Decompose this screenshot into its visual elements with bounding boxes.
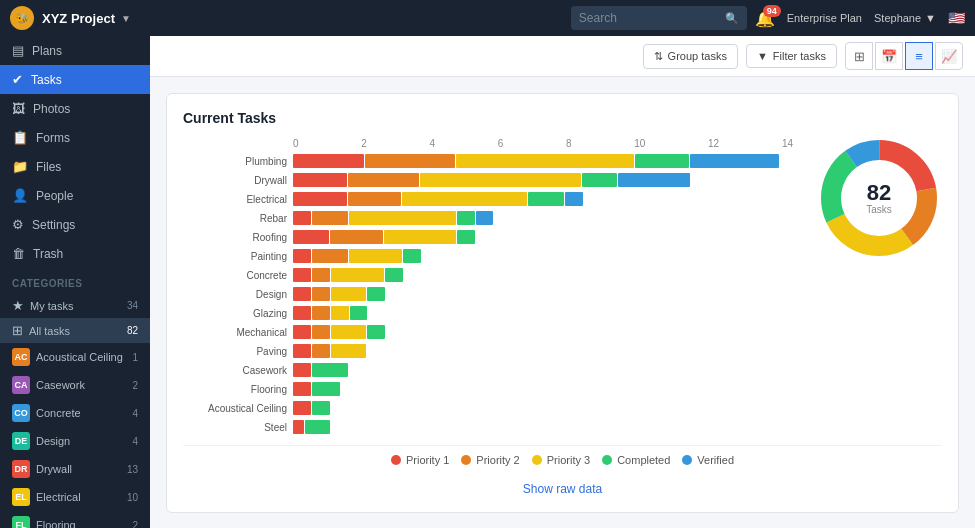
legend-dot	[602, 455, 612, 465]
completed-bar	[457, 211, 475, 225]
legend-item-verified: Verified	[682, 454, 734, 466]
legend-label: Completed	[617, 454, 670, 466]
x-axis-label: 14	[782, 138, 793, 149]
sidebar-item-tasks[interactable]: ✔ Tasks	[0, 65, 150, 94]
sidebar-item-photos[interactable]: 🖼 Photos	[0, 94, 150, 123]
bar-row: Acoustical Ceiling	[183, 400, 793, 416]
legend-label: Priority 3	[547, 454, 590, 466]
people-icon: 👤	[12, 188, 28, 203]
bar-row-label: Casework	[183, 365, 287, 376]
cat-label: Flooring	[36, 519, 126, 528]
bar-segments	[293, 211, 493, 225]
sidebar-cat-ac[interactable]: AC Acoustical Ceiling 1	[0, 343, 150, 371]
cat-badge: EL	[12, 488, 30, 506]
sidebar-item-people[interactable]: 👤 People	[0, 181, 150, 210]
priority1-bar	[293, 230, 329, 244]
categories-section-label: Categories	[0, 268, 150, 293]
x-axis-label: 6	[498, 138, 504, 149]
priority3-bar	[420, 173, 581, 187]
bar-segments	[293, 420, 330, 434]
completed-bar	[367, 325, 385, 339]
legend-dot	[391, 455, 401, 465]
search-input[interactable]	[579, 11, 719, 25]
topbar-right: 🔔 94 Enterprise Plan Stephane ▼ 🇺🇸	[755, 9, 965, 28]
chart-view-button[interactable]: 📈	[935, 42, 963, 70]
priority1-bar	[293, 401, 311, 415]
priority1-bar	[293, 287, 311, 301]
bar-row-label: Paving	[183, 346, 287, 357]
priority1-bar	[293, 325, 311, 339]
cat-badge: DR	[12, 460, 30, 478]
sidebar-cat-dr[interactable]: DR Drywall 13	[0, 455, 150, 483]
verified-bar	[690, 154, 779, 168]
filter-tasks-button[interactable]: ▼ Filter tasks	[746, 44, 837, 68]
bar-row: Design	[183, 286, 793, 302]
sidebar-cat-el[interactable]: EL Electrical 10	[0, 483, 150, 511]
sidebar-cat-de[interactable]: DE Design 4	[0, 427, 150, 455]
priority2-bar	[312, 325, 330, 339]
priority1-bar	[293, 173, 347, 187]
bar-segments	[293, 306, 367, 320]
completed-bar	[312, 382, 341, 396]
cat-count: 1	[132, 352, 138, 363]
priority2-bar	[348, 192, 402, 206]
user-menu[interactable]: Stephane ▼	[874, 12, 936, 24]
sidebar-my-tasks[interactable]: ★ My tasks 34	[0, 293, 150, 318]
completed-bar	[385, 268, 403, 282]
completed-bar	[457, 230, 475, 244]
group-icon: ⇅	[654, 50, 663, 63]
sidebar-cat-co[interactable]: CO Concrete 4	[0, 399, 150, 427]
sidebar-item-plans[interactable]: ▤ Plans	[0, 36, 150, 65]
sidebar-cat-fl[interactable]: FL Flooring 2	[0, 511, 150, 528]
bar-row: Mechanical	[183, 324, 793, 340]
bar-row: Casework	[183, 362, 793, 378]
sidebar-all-tasks[interactable]: ⊞ All tasks 82	[0, 318, 150, 343]
x-axis: 02468101214	[293, 138, 793, 149]
grid-view-button[interactable]: ⊞	[845, 42, 873, 70]
bar-segments	[293, 192, 583, 206]
donut-number: 82	[866, 182, 892, 204]
x-axis-label: 8	[566, 138, 572, 149]
show-raw-data-link[interactable]: Show raw data	[183, 482, 942, 496]
legend: Priority 1 Priority 2 Priority 3 Complet…	[183, 445, 942, 474]
cat-label: Electrical	[36, 491, 121, 503]
donut-chart: 82 Tasks	[809, 138, 949, 258]
legend-item-priority-3: Priority 3	[532, 454, 590, 466]
sidebar: ▤ Plans ✔ Tasks 🖼 Photos 📋 Forms 📁 Files…	[0, 36, 150, 528]
x-axis-label: 2	[361, 138, 367, 149]
cat-count: 13	[127, 464, 138, 475]
chart-area: Current Tasks 02468101214 PlumbingDrywal…	[150, 77, 975, 528]
sidebar-item-settings[interactable]: ⚙ Settings	[0, 210, 150, 239]
x-axis-label: 12	[708, 138, 719, 149]
priority3-bar	[349, 211, 456, 225]
calendar-view-button[interactable]: 📅	[875, 42, 903, 70]
list-view-button[interactable]: ≡	[905, 42, 933, 70]
verified-bar	[565, 192, 583, 206]
priority2-bar	[348, 173, 419, 187]
project-name[interactable]: XYZ Project ▼	[42, 11, 563, 26]
sidebar-cat-ca[interactable]: CA Casework 2	[0, 371, 150, 399]
cat-label: Concrete	[36, 407, 126, 419]
priority3-bar	[331, 268, 385, 282]
group-tasks-button[interactable]: ⇅ Group tasks	[643, 44, 738, 69]
bar-segments	[293, 268, 403, 282]
priority2-bar	[365, 154, 454, 168]
completed-bar	[528, 192, 564, 206]
app-logo: 🐝	[10, 6, 34, 30]
sidebar-item-files[interactable]: 📁 Files	[0, 152, 150, 181]
cat-label: Drywall	[36, 463, 121, 475]
sidebar-item-trash[interactable]: 🗑 Trash	[0, 239, 150, 268]
sidebar-item-forms[interactable]: 📋 Forms	[0, 123, 150, 152]
cat-badge: CA	[12, 376, 30, 394]
search-bar[interactable]: 🔍	[571, 6, 747, 30]
bar-row-label: Plumbing	[183, 156, 287, 167]
bar-row-label: Flooring	[183, 384, 287, 395]
bar-segments	[293, 401, 330, 415]
bar-row-label: Design	[183, 289, 287, 300]
bar-row-label: Glazing	[183, 308, 287, 319]
flag-icon: 🇺🇸	[948, 10, 965, 26]
x-axis-label: 0	[293, 138, 299, 149]
bar-row-label: Electrical	[183, 194, 287, 205]
bar-row: Flooring	[183, 381, 793, 397]
notification-bell[interactable]: 🔔 94	[755, 9, 775, 28]
